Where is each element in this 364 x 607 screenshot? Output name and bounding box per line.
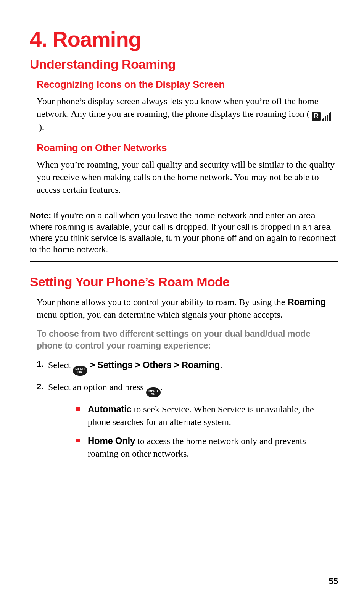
option-automatic: Automatic to seek Service. When Service … [76, 403, 338, 428]
note-label: Note: [30, 211, 51, 220]
paragraph-roaming-other-networks: When you’re roaming, your call quality a… [37, 158, 336, 196]
note-box: Note: If you’re on a call when you leave… [30, 205, 338, 262]
page-number: 55 [329, 576, 338, 586]
chapter-number: 4. [30, 27, 47, 51]
roaming-icon: R [312, 112, 332, 121]
text-before-icon: Your phone’s display screen always lets … [37, 96, 318, 119]
menu-ok-icon: MENUOK [73, 366, 87, 376]
paragraph-roam-mode-intro: Your phone allows you to control your ab… [37, 295, 336, 321]
option-home-only: Home Only to access the home network onl… [76, 434, 338, 460]
subsection-recognizing-icons: Recognizing Icons on the Display Screen [37, 79, 338, 90]
section-understanding-roaming: Understanding Roaming [30, 57, 338, 72]
step-1: Select MENUOK > Settings > Others > Roam… [37, 358, 338, 376]
paragraph-recognizing-icons: Your phone’s display screen always lets … [37, 95, 336, 134]
chapter-name: Roaming [52, 27, 141, 51]
instruction-lead: To choose from two different settings on… [37, 328, 336, 352]
roaming-r-box-icon: R [312, 112, 321, 121]
menu-ok-icon: MENUOK [146, 387, 161, 397]
subsection-roaming-other-networks: Roaming on Other Networks [37, 142, 338, 154]
options-list: Automatic to seek Service. When Service … [76, 403, 338, 460]
step-2: Select an option and press MENUOK. Autom… [37, 381, 338, 460]
text-after-icon: ). [37, 122, 44, 132]
steps-list: Select MENUOK > Settings > Others > Roam… [37, 358, 338, 460]
note-text: If you’re on a call when you leave the h… [30, 211, 336, 254]
step-1-path: > Settings > Others > Roaming [87, 360, 220, 370]
section-setting-roam-mode: Setting Your Phone’s Roam Mode [30, 274, 338, 289]
chapter-title: 4. Roaming [30, 27, 338, 52]
roaming-menu-bold: Roaming [288, 297, 326, 307]
signal-bars-icon [322, 112, 332, 121]
